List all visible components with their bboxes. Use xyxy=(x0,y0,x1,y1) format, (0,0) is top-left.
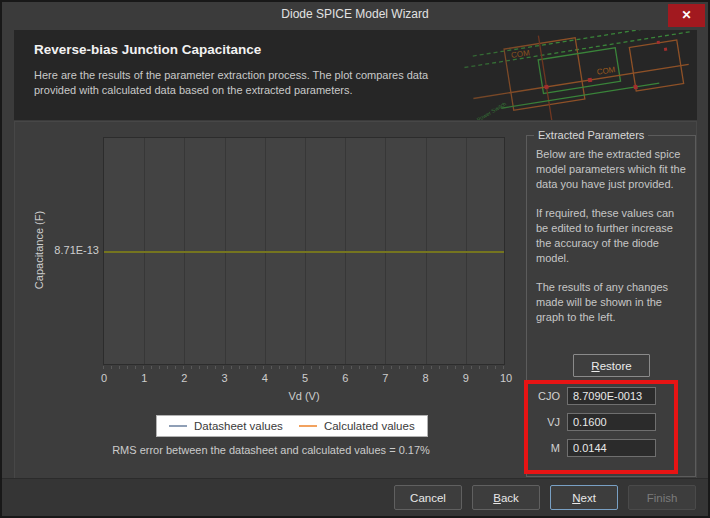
finish-button: Finish xyxy=(628,485,696,510)
x-tick-label: 3 xyxy=(222,372,228,384)
titlebar[interactable]: Diode SPICE Model Wizard ✕ xyxy=(2,2,708,28)
cjo-field[interactable] xyxy=(567,387,656,405)
cancel-button[interactable]: Cancel xyxy=(394,485,462,510)
close-button[interactable]: ✕ xyxy=(668,4,705,27)
extracted-parameters-group: Extracted Parameters Below are the extra… xyxy=(526,135,696,477)
capacitance-line xyxy=(104,251,504,253)
x-axis-label: Vd (V) xyxy=(288,390,319,402)
next-button[interactable]: Next xyxy=(550,485,618,510)
plot-area[interactable] xyxy=(103,137,505,365)
rms-error-text: RMS error between the datasheet and calc… xyxy=(15,444,527,456)
params-paragraph-2: If required, these values can be edited … xyxy=(536,206,686,266)
m-label: M xyxy=(551,442,560,454)
x-tick-label: 2 xyxy=(181,372,187,384)
param-row-m: M xyxy=(527,439,656,457)
group-title: Extracted Parameters xyxy=(534,129,648,141)
page-description: Here are the results of the parameter ex… xyxy=(34,68,428,98)
content-panel: Capacitance (F) 8.71E-13 012345678910 Vd… xyxy=(14,121,697,480)
back-button[interactable]: Back xyxy=(472,485,540,510)
x-tick-label: 5 xyxy=(302,372,308,384)
legend-item-datasheet: Datasheet values xyxy=(169,420,283,432)
legend-label: Calculated values xyxy=(324,420,415,432)
datasheet-line-swatch xyxy=(169,425,187,427)
x-axis-minor-ticks xyxy=(103,366,505,369)
x-tick-label: 6 xyxy=(342,372,348,384)
param-row-vj: VJ xyxy=(527,413,656,431)
restore-button[interactable]: Restore xyxy=(573,354,650,377)
vj-label: VJ xyxy=(547,416,560,428)
vj-field[interactable] xyxy=(567,413,656,431)
parameter-rows: CJO VJ M xyxy=(527,387,656,465)
close-icon: ✕ xyxy=(681,8,691,22)
x-tick-label: 9 xyxy=(463,372,469,384)
legend: Datasheet values Calculated values xyxy=(156,415,428,437)
y-tick-label: 8.71E-13 xyxy=(43,244,99,256)
legend-item-calculated: Calculated values xyxy=(299,420,415,432)
legend-label: Datasheet values xyxy=(194,420,283,432)
x-tick-label: 4 xyxy=(262,372,268,384)
x-tick-label: 8 xyxy=(423,372,429,384)
x-tick-label: 10 xyxy=(500,372,512,384)
cjo-label: CJO xyxy=(538,390,560,402)
x-tick-label: 0 xyxy=(101,372,107,384)
header-banner: COM COM Main Power Switch Reverse-bias J… xyxy=(14,30,697,120)
param-row-cjo: CJO xyxy=(527,387,656,405)
dialog-window: Diode SPICE Model Wizard ✕ COM COM xyxy=(0,0,710,518)
m-field[interactable] xyxy=(567,439,656,457)
calculated-line-swatch xyxy=(299,425,317,427)
params-paragraph-3: The results of any changes made will be … xyxy=(536,280,686,325)
x-tick-label: 7 xyxy=(382,372,388,384)
x-tick-label: 1 xyxy=(141,372,147,384)
params-paragraph-1: Below are the extracted spice model para… xyxy=(536,147,686,192)
footer-bar: Cancel Back Next Finish xyxy=(2,478,708,516)
window-title: Diode SPICE Model Wizard xyxy=(2,7,708,21)
page-title: Reverse-bias Junction Capacitance xyxy=(34,42,261,57)
